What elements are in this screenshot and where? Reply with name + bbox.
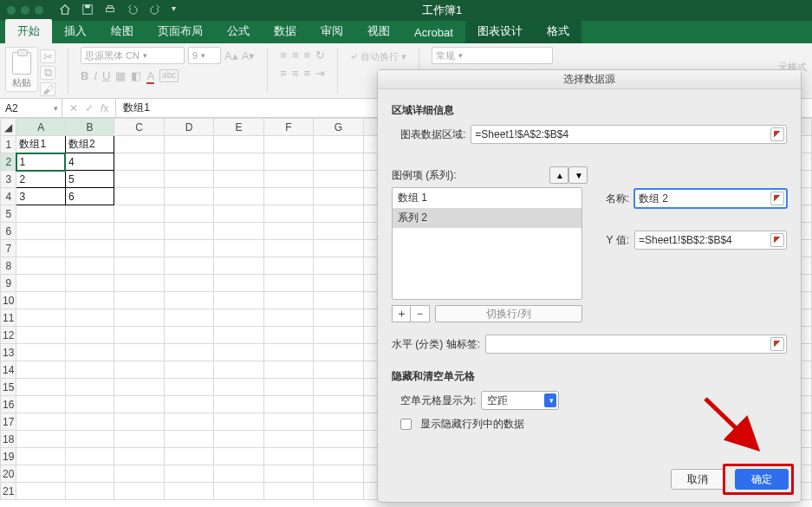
row-header[interactable]: 3 [1,171,16,188]
y-value-input[interactable]: =Sheet1!$B$2:$B$4 [634,231,787,250]
font-color-icon[interactable]: A [146,69,154,82]
show-hidden-checkbox[interactable] [400,419,412,430]
orientation-icon[interactable]: ↻ [315,49,325,62]
undo-icon[interactable] [127,3,139,18]
row-header[interactable]: 4 [1,188,16,205]
ok-button[interactable]: 确定 [735,469,789,490]
col-header[interactable]: E [214,119,263,136]
align-top-icon[interactable]: ≡ [280,49,287,62]
formula-buttons: ✕ ✓ fx [62,99,116,117]
increase-font-icon[interactable]: A▴ [224,49,238,62]
decrease-font-icon[interactable]: A▾ [242,49,256,62]
move-down-button[interactable]: ▼ [568,166,588,184]
align-group: ≡ ≡ ≡ ↻ ≡ ≡ ≡ ⇥ [280,47,325,80]
wrap-text-button[interactable]: ⤶ 自动换行 ▾ [350,50,406,63]
tab-insert[interactable]: 插入 [52,19,99,43]
quick-access-toolbar: ▾ [43,3,176,18]
tab-data[interactable]: 数据 [262,19,309,43]
tab-view[interactable]: 视图 [355,19,402,43]
tab-pagelayout[interactable]: 页面布局 [146,19,215,43]
bold-icon[interactable]: B [81,69,88,82]
format-painter-icon[interactable]: 🖌 [40,82,55,96]
series-item[interactable]: 数组 1 [393,188,581,208]
col-header[interactable]: A [16,119,65,136]
tab-chartdesign[interactable]: 图表设计 [465,19,535,43]
col-header[interactable]: B [65,119,114,136]
section-hidden-title: 隐藏和清空单元格 [392,369,787,384]
fx-icon[interactable]: fx [101,102,108,114]
tab-acrobat[interactable]: Acrobat [402,22,465,43]
empty-cells-select[interactable]: 空距 [481,391,559,410]
window-dot[interactable] [7,6,16,15]
italic-icon[interactable]: I [94,69,97,82]
cell[interactable]: 3 [16,188,65,205]
tab-draw[interactable]: 绘图 [99,19,146,43]
cell[interactable]: 2 [16,171,65,188]
save-icon[interactable] [81,3,94,18]
fill-color-icon[interactable]: ◧ [131,69,141,82]
range-picker-icon[interactable] [770,337,784,351]
align-middle-icon[interactable]: ≡ [292,49,299,62]
redo-icon[interactable] [149,3,161,18]
col-header[interactable]: G [314,119,363,136]
font-size-value: 9 [192,50,198,61]
window-dot[interactable] [21,6,29,15]
series-item[interactable]: 系列 2 [393,208,581,228]
cell[interactable]: 数组2 [65,136,114,153]
font-size-combo[interactable]: 9▾ [188,47,221,64]
tab-format[interactable]: 格式 [535,19,581,43]
col-header[interactable]: F [263,119,313,136]
row-header[interactable]: 1 [1,136,16,153]
tab-formulas[interactable]: 公式 [215,19,262,43]
font-name-combo[interactable]: 思源黑体 CN▾ [81,47,185,64]
app-titlebar: ▾ 工作簿1 [0,0,812,21]
tab-home[interactable]: 开始 [5,19,52,43]
paste-button[interactable]: 粘贴 [5,47,38,92]
home-icon[interactable] [59,3,71,18]
remove-series-button[interactable]: － [411,305,430,322]
col-header[interactable]: C [114,119,164,136]
row-header[interactable]: 2 [1,153,16,171]
border-icon[interactable]: ▦ [115,69,126,82]
accept-formula-icon[interactable]: ✓ [85,102,94,114]
cell[interactable]: 6 [65,188,114,205]
name-box[interactable]: A2 [0,99,62,117]
copy-icon[interactable]: ⧉ [40,66,55,80]
cancel-formula-icon[interactable]: ✕ [69,102,78,114]
indent-icon[interactable]: ⇥ [315,67,325,80]
cell[interactable]: 数组1 [16,136,65,153]
chart-range-input[interactable]: =Sheet1!$A$2:$B$4 [471,125,787,144]
active-cell[interactable]: 1 [16,153,65,171]
phonetic-icon[interactable]: abc [159,69,179,82]
cell[interactable]: 4 [65,153,114,171]
cancel-button[interactable]: 取消 [671,469,724,490]
range-picker-icon[interactable] [770,192,784,205]
font-group: 思源黑体 CN▾ 9▾ A▴ A▾ B I U ▦ ◧ A abc [81,47,255,82]
select-all-corner[interactable]: ◢ [1,119,16,136]
col-header[interactable]: D [164,119,213,136]
series-name-input[interactable]: 数组 2 [634,189,787,208]
series-reorder: ▲ ▼ [549,166,588,184]
move-up-button[interactable]: ▲ [549,166,568,184]
range-picker-icon[interactable] [770,127,784,141]
cell[interactable]: 5 [65,171,114,188]
cut-icon[interactable]: ✂ [40,49,55,63]
underline-icon[interactable]: U [102,69,110,82]
svg-rect-2 [107,8,114,11]
number-format-combo[interactable]: 常规▾ [432,47,553,64]
axis-labels-input[interactable] [485,335,787,354]
align-bottom-icon[interactable]: ≡ [304,49,311,62]
window-controls[interactable] [0,6,43,15]
align-right-icon[interactable]: ≡ [304,67,311,80]
print-icon[interactable] [104,3,116,18]
align-center-icon[interactable]: ≡ [292,67,299,80]
align-left-icon[interactable]: ≡ [280,67,287,80]
switch-row-col-button[interactable]: 切换行/列 [435,305,582,322]
add-series-button[interactable]: ＋ [392,305,411,322]
range-picker-icon[interactable] [770,233,784,247]
wrap-group: ⤶ 自动换行 ▾ [350,47,406,63]
window-dot[interactable] [35,6,43,15]
label-y-value: Y 值: [594,233,629,248]
series-list[interactable]: 数组 1 系列 2 [392,187,582,300]
tab-review[interactable]: 审阅 [309,19,355,43]
